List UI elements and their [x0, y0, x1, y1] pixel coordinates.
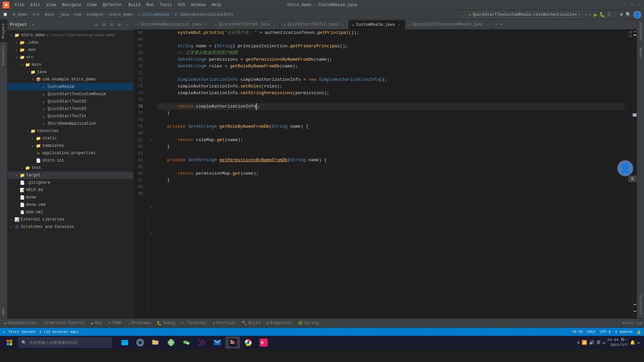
- tray-lang[interactable]: 英: [596, 340, 601, 346]
- taskbar-vs[interactable]: [195, 337, 209, 349]
- panel-locate[interactable]: ◎: [93, 21, 100, 28]
- tree-pomxml[interactable]: ▸ 📋 pom.xml: [7, 208, 133, 216]
- menu-run[interactable]: Run: [144, 2, 157, 8]
- tree-test[interactable]: ▸ 📁 test: [7, 164, 133, 172]
- tree-root[interactable]: ▾ 📁 shiro_demo C:\Users\lihw\Desktop\ide…: [7, 32, 133, 39]
- tree-scratches[interactable]: ▸ ☰ Scratches and Consoles: [7, 223, 133, 231]
- menu-tools[interactable]: Tools: [157, 2, 174, 8]
- menu-help[interactable]: Help: [209, 2, 224, 8]
- more-run-button[interactable]: ⋮: [613, 12, 618, 17]
- tree-extlibs[interactable]: ▸ 📊 External Libraries: [7, 216, 133, 223]
- tree-shirodemo[interactable]: ▸ ☕ ShiroDemoApplication: [7, 120, 133, 127]
- tree-mvn[interactable]: ▸ 📂 .mvn: [7, 46, 133, 54]
- taskbar-browser2[interactable]: [164, 337, 178, 349]
- tree-package[interactable]: ▾ 📦 com.example.shiro_demo: [7, 76, 133, 83]
- debug-button[interactable]: 🐛: [599, 12, 605, 17]
- breadcrumb-main[interactable]: main: [45, 12, 54, 17]
- tab-structure[interactable]: Structure: [637, 292, 644, 318]
- bottom-tab-todo[interactable]: ≡ TODO: [106, 319, 124, 327]
- tab-more[interactable]: ⋯ ▾: [493, 20, 504, 29]
- taskbar-wechat[interactable]: [179, 337, 194, 349]
- tab-qcr[interactable]: ☕ QuickStartTesCustomRealm.java ✕: [405, 20, 493, 29]
- taskbar-intellij[interactable]: [225, 337, 240, 349]
- bottom-tab-build[interactable]: 🔨 Build: [239, 319, 263, 327]
- breadcrumb-com[interactable]: com: [74, 12, 82, 17]
- tree-static[interactable]: ▸ 📁 static: [7, 135, 133, 142]
- indent[interactable]: 4 spaces: [615, 330, 633, 334]
- taskbar-cortana[interactable]: [133, 337, 148, 349]
- forward-nav-icon[interactable]: ▷: [589, 12, 592, 17]
- panel-settings[interactable]: ⚙: [116, 21, 123, 28]
- bottom-tab-dependencies[interactable]: ◈ Dependencies: [1, 319, 40, 327]
- breadcrumb-example[interactable]: example: [87, 12, 103, 17]
- tree-quickstart-custom[interactable]: ▸ ☕ QuickStartTesCustomRealm: [7, 90, 133, 98]
- menu-window[interactable]: Window: [189, 2, 208, 8]
- menu-navigate[interactable]: Navigate: [59, 2, 84, 8]
- panel-close[interactable]: ─: [124, 21, 130, 28]
- tab-qtxt[interactable]: ☕ QuickStartTesTxt.java ✕: [280, 20, 348, 29]
- tree-main[interactable]: ▾ 📁 main: [7, 61, 133, 68]
- panel-expand[interactable]: ⊞: [101, 21, 107, 28]
- tree-quicktxt[interactable]: ▸ ☕ QuickStartTesTxt: [7, 113, 133, 120]
- tab-close-sd[interactable]: ✕: [203, 22, 208, 27]
- tree-templates[interactable]: ▸ 📁 templates: [7, 142, 133, 149]
- tab-database[interactable]: Database: [637, 19, 644, 44]
- menu-view[interactable]: View: [44, 2, 59, 8]
- tree-quicktest02[interactable]: ▸ ☕ QuickStartTest02: [7, 98, 133, 105]
- tray-chevron[interactable]: ∧: [577, 340, 580, 345]
- bottom-tab-terminal[interactable]: >_ Terminal: [178, 319, 209, 327]
- tab-close-qt03[interactable]: ✕: [272, 22, 276, 27]
- fold-marker-87[interactable]: ⊖: [149, 231, 153, 237]
- bottom-tab-profiler[interactable]: ◎ Profiler: [210, 319, 238, 327]
- breadcrumb-java[interactable]: java: [59, 12, 69, 17]
- close-button[interactable]: ✕: [636, 2, 641, 8]
- toolbar-search[interactable]: 🔍: [626, 12, 631, 17]
- bottom-tab-spring[interactable]: 🌿 Spring: [295, 319, 321, 327]
- bottom-tab-problems[interactable]: ⚠ Problems: [125, 319, 154, 327]
- bottom-tab-endpoints[interactable]: ⊕ Endpoints: [264, 319, 294, 327]
- test-status[interactable]: Tests passed: 1 (22 minutes ago): [8, 330, 79, 334]
- user-avatar[interactable]: 👤: [617, 160, 633, 176]
- maximize-button[interactable]: □: [629, 2, 635, 8]
- tree-mvnw[interactable]: ▸ 📄 mvnw: [7, 194, 133, 201]
- tree-mvnwcmd[interactable]: ▸ 📄 mvnw.cmd: [7, 201, 133, 208]
- tab-project[interactable]: Project: [0, 19, 7, 42]
- git-icon[interactable]: 🔒: [637, 330, 641, 334]
- fold-marker-77[interactable]: ⊖: [149, 137, 153, 143]
- tree-resources[interactable]: ▾ 📁 resources: [7, 127, 133, 135]
- line-ending[interactable]: CRLF: [587, 330, 596, 334]
- event-log-btn[interactable]: Event Log: [623, 321, 643, 325]
- tab-bookmarks[interactable]: Bookmarks: [0, 42, 7, 69]
- tree-src[interactable]: ▾ 📁 src: [7, 54, 133, 61]
- tree-helpmd[interactable]: ▸ 📝 HELP.md: [7, 186, 133, 194]
- bottom-tab-vcs[interactable]: ⎇ Version Control: [40, 319, 88, 327]
- taskbar-mail[interactable]: [210, 337, 225, 349]
- tray-wifi[interactable]: 📶: [582, 340, 587, 345]
- tree-shiroini[interactable]: ▸ 📄 shiro.ini: [7, 157, 133, 164]
- code-content[interactable]: systemOut.println("认证用户名: " + authentica…: [154, 29, 627, 318]
- user-avatar-toolbar[interactable]: 👤: [633, 11, 641, 19]
- taskbar-app5[interactable]: M: [256, 337, 271, 349]
- stop-button[interactable]: ⏹: [620, 12, 624, 17]
- bottom-tab-debug[interactable]: 🐛 Debug: [154, 319, 178, 327]
- tray-notification[interactable]: 🔔: [630, 340, 635, 345]
- tab-web[interactable]: Web: [0, 305, 7, 318]
- tab-close-qcr[interactable]: ✕: [485, 22, 489, 27]
- panel-collapse[interactable]: ⊟: [108, 21, 115, 28]
- menu-vcs[interactable]: VCS: [175, 2, 188, 8]
- taskbar-chrome[interactable]: [241, 337, 256, 349]
- time-display[interactable]: 23:34 周一 2022/3/7: [607, 338, 628, 348]
- tree-appprops[interactable]: ▸ ⚙ application.properties: [7, 149, 133, 157]
- menu-file[interactable]: File: [12, 2, 27, 8]
- tab-customrealm[interactable]: ☕ CustomRealm.java ✕: [349, 20, 405, 29]
- breadcrumb-shiro[interactable]: shiro_demo: [109, 12, 133, 17]
- tray-mail[interactable]: ✉: [603, 340, 605, 345]
- tab-qt03[interactable]: ☕ QuickStartTest03.java ✕: [212, 20, 280, 29]
- encoding[interactable]: UTF-8: [600, 330, 611, 334]
- taskbar-folder[interactable]: [148, 337, 163, 349]
- minimize-button[interactable]: ─: [623, 2, 628, 8]
- dropdown-icon[interactable]: ⌄: [463, 12, 465, 17]
- menu-code[interactable]: Code: [85, 2, 100, 8]
- tree-gitignore[interactable]: ▸ 📄 .gitignore: [7, 179, 133, 186]
- menu-build[interactable]: Build: [125, 2, 143, 8]
